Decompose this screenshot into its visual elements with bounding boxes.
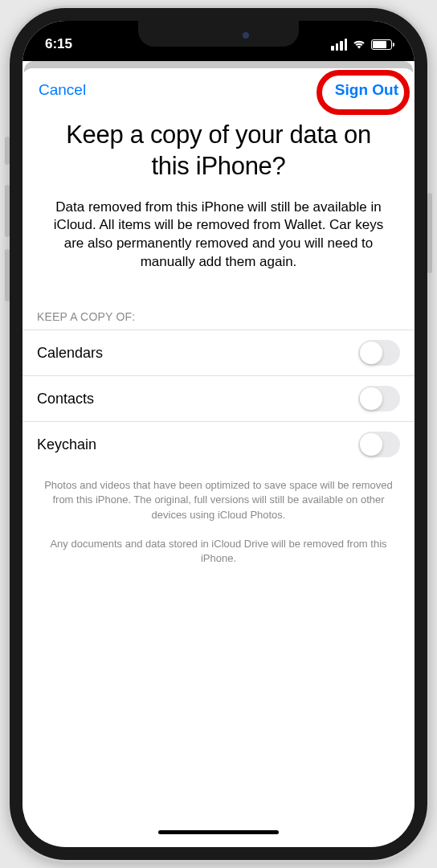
keychain-toggle[interactable] (358, 432, 400, 457)
front-camera (243, 32, 249, 39)
phone-frame: 6:15 Cancel Sign Out (10, 8, 427, 860)
status-time: 6:15 (45, 36, 72, 52)
list-row-contacts: Contacts (22, 375, 415, 421)
modal-sheet: Cancel Sign Out Keep a copy of your data… (22, 68, 415, 842)
page-description: Data removed from this iPhone will still… (22, 199, 415, 305)
phone-screen: 6:15 Cancel Sign Out (22, 21, 415, 847)
row-label: Keychain (37, 436, 96, 453)
cellular-signal-icon (331, 39, 347, 51)
battery-icon (371, 39, 392, 50)
cancel-button[interactable]: Cancel (39, 81, 86, 99)
footer-photos-note: Photos and videos that have been optimiz… (22, 467, 415, 526)
page-title: Keep a copy of your data on this iPhone? (22, 112, 415, 199)
list-row-calendars: Calendars (22, 330, 415, 375)
contacts-toggle[interactable] (358, 386, 400, 411)
section-header: KEEP A COPY OF: (22, 304, 415, 330)
modal-nav-bar: Cancel Sign Out (22, 68, 415, 112)
list-row-keychain: Keychain (22, 421, 415, 467)
volume-up-button (5, 185, 10, 237)
wifi-icon (352, 39, 366, 50)
row-label: Calendars (37, 345, 103, 362)
notch (138, 21, 299, 47)
power-button (427, 193, 432, 273)
home-indicator[interactable] (158, 830, 279, 834)
row-label: Contacts (37, 391, 94, 407)
volume-down-button (5, 249, 10, 301)
status-icons (331, 39, 392, 51)
footer-icloud-drive-note: Any documents and data stored in iCloud … (22, 526, 415, 569)
calendars-toggle[interactable] (358, 340, 400, 366)
mute-switch (5, 137, 10, 165)
sign-out-button[interactable]: Sign Out (335, 81, 398, 99)
